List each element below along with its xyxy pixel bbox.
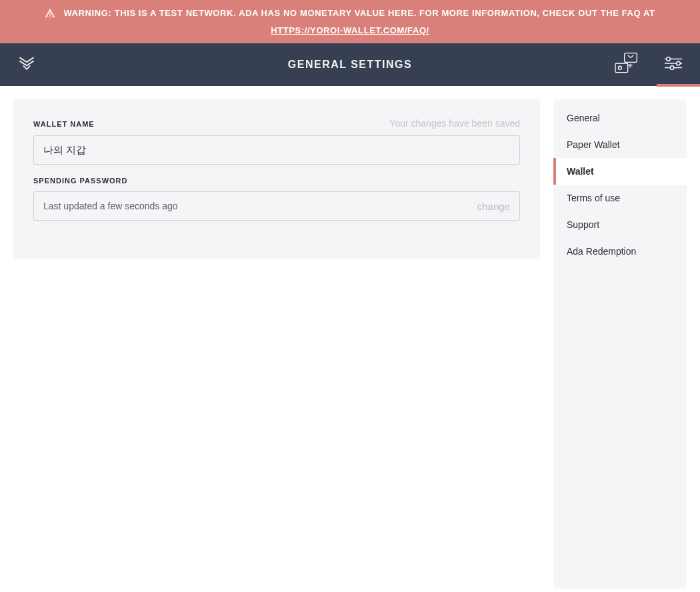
warning-icon (45, 8, 55, 19)
wallet-name-input[interactable] (33, 135, 520, 165)
sidebar-item-label: Wallet (567, 166, 594, 177)
svg-point-8 (670, 66, 674, 70)
svg-point-6 (677, 61, 681, 65)
sidebar-item-label: General (567, 113, 600, 123)
spending-password-label: SPENDING PASSWORD (33, 177, 127, 185)
sidebar-item-terms-of-use[interactable]: Terms of use (553, 185, 687, 211)
sidebar-item-label: Ada Redemption (567, 246, 636, 257)
sidebar-item-label: Paper Wallet (567, 139, 620, 150)
sidebar-item-general[interactable]: General (553, 105, 687, 131)
settings-header-button[interactable] (657, 43, 690, 86)
sidebar-item-support[interactable]: Support (553, 211, 687, 238)
wallet-name-field: WALLET NAME Your changes have been saved (33, 118, 520, 165)
app-header: GENERAL SETTINGS (0, 43, 700, 86)
app-logo-button[interactable] (10, 54, 43, 75)
spending-password-field: SPENDING PASSWORD Last updated a few sec… (33, 177, 520, 221)
wallet-name-label: WALLET NAME (33, 120, 95, 128)
saved-status-text: Your changes have been saved (389, 118, 520, 129)
change-password-button[interactable]: change (477, 201, 510, 212)
header-actions (610, 43, 690, 86)
svg-point-2 (618, 66, 621, 69)
wallet-settings-card: WALLET NAME Your changes have been saved… (13, 99, 540, 259)
svg-point-4 (667, 57, 671, 61)
warning-text: WARNING: THIS IS A TEST NETWORK. ADA HAS… (63, 7, 655, 20)
sliders-icon (663, 55, 683, 74)
wallet-stack-icon (613, 52, 641, 77)
sidebar-item-label: Support (567, 219, 599, 230)
sidebar-item-paper-wallet[interactable]: Paper Wallet (553, 131, 687, 158)
settings-content: WALLET NAME Your changes have been saved… (13, 99, 540, 589)
faq-link[interactable]: HTTPS://YOROI-WALLET.COM/FAQ/ (271, 24, 429, 37)
password-last-updated-text: Last updated a few seconds ago (43, 201, 178, 211)
testnet-warning-banner: WARNING: THIS IS A TEST NETWORK. ADA HAS… (0, 0, 700, 43)
wallets-header-button[interactable] (610, 43, 643, 86)
settings-sidebar: General Paper Wallet Wallet Terms of use… (553, 99, 687, 589)
sidebar-item-label: Terms of use (567, 193, 620, 203)
main-area: WALLET NAME Your changes have been saved… (0, 86, 700, 592)
page-title: GENERAL SETTINGS (288, 59, 412, 71)
sidebar-item-wallet[interactable]: Wallet (553, 158, 687, 185)
sidebar-item-ada-redemption[interactable]: Ada Redemption (553, 238, 687, 265)
spending-password-row: Last updated a few seconds ago change (33, 191, 520, 221)
yoroi-logo-icon (17, 54, 36, 75)
